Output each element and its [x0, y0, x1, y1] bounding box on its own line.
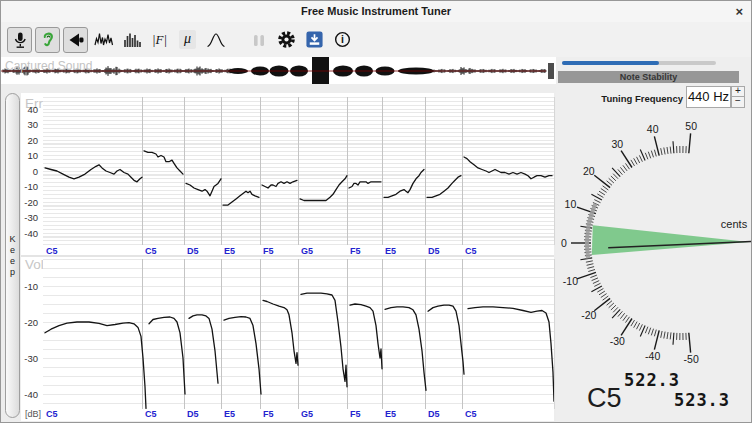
mu-view-button[interactable]: μ: [175, 27, 200, 53]
axis-tick-label: 20: [17, 135, 38, 146]
current-frequency-readout: 523.3: [671, 390, 733, 410]
volume-plot: [43, 259, 555, 409]
gauge-unit-label: cents: [721, 218, 748, 230]
note-label: E5: [224, 409, 235, 419]
note-label: C5: [46, 409, 58, 419]
axis-tick-label: -30: [17, 353, 38, 364]
svg-text:-20: -20: [581, 309, 596, 321]
svg-text:-30: -30: [610, 335, 625, 347]
speaker-db-icon: [66, 30, 86, 50]
waveform-view-button[interactable]: [91, 27, 116, 53]
axis-tick-label: -10: [17, 281, 38, 292]
spectrum-view-button[interactable]: [119, 27, 144, 53]
cents-gauge: -50-40-30-20-1001020304050cents: [558, 109, 752, 371]
svg-text:40: 40: [647, 123, 659, 135]
svg-text:i: i: [341, 34, 344, 45]
note-stability-progress: [562, 61, 716, 65]
microphone-button[interactable]: [7, 27, 32, 53]
note-label: F5: [263, 409, 274, 419]
svg-text:-40: -40: [645, 350, 660, 362]
note-label: D5: [428, 246, 440, 256]
note-label: E5: [385, 409, 396, 419]
close-icon[interactable]: ×: [735, 4, 743, 19]
axis-tick-label: -30: [17, 212, 38, 223]
note-label: C5: [145, 246, 157, 256]
note-label: G5: [301, 246, 313, 256]
note-label: G5: [301, 409, 313, 419]
tuner-window: Free Music Instrument Tuner ×: [0, 0, 752, 423]
about-button[interactable]: i: [330, 27, 355, 53]
captured-sound-label: Captured Sound: [5, 59, 92, 73]
note-label: C5: [465, 409, 477, 419]
spectrum-bars-icon: [122, 30, 142, 50]
error-plot-svg: [43, 97, 554, 245]
ear-icon: [38, 30, 58, 50]
pause-button[interactable]: [246, 27, 271, 53]
distribution-view-button[interactable]: [203, 27, 228, 53]
svg-text:20: 20: [583, 165, 595, 177]
frequency-decrement-button[interactable]: −: [731, 97, 745, 108]
svg-text:-50: -50: [684, 353, 699, 365]
note-label: C5: [465, 246, 477, 256]
info-icon: i: [333, 30, 352, 49]
note-stability-progress-fill: [562, 61, 659, 65]
note-stability-header: Note Stability: [558, 71, 739, 83]
toolbar: |F| μ: [1, 22, 751, 57]
listen-button[interactable]: [35, 27, 60, 53]
note-label: E5: [385, 246, 396, 256]
volume-unit-label: [dB]: [17, 409, 41, 419]
save-icon: [305, 30, 324, 49]
note-label: E5: [224, 246, 235, 256]
window-title: Free Music Instrument Tuner: [1, 5, 751, 17]
detected-note-readout: C5: [587, 383, 622, 414]
fourier-icon: |F|: [152, 32, 167, 48]
microphone-icon: [10, 30, 30, 50]
svg-text:50: 50: [685, 120, 697, 132]
volume-plot-svg: [43, 259, 554, 409]
axis-tick-label: -40: [17, 389, 38, 400]
error-plot: [43, 97, 555, 245]
waveform-icon: [94, 30, 114, 50]
tuning-frequency-label: Tuning Frequency: [558, 93, 683, 104]
note-label: C5: [145, 409, 157, 419]
note-label: F5: [350, 409, 361, 419]
axis-tick-label: -10: [17, 181, 38, 192]
axis-tick-label: 0: [17, 166, 38, 177]
axis-tick-label: 30: [17, 119, 38, 130]
mu-icon: μ: [179, 30, 196, 49]
keep-button-label: Keep: [8, 234, 18, 278]
axis-tick-label: -40: [17, 228, 38, 239]
svg-text:0: 0: [561, 237, 567, 249]
settings-button[interactable]: [274, 27, 299, 53]
svg-text:-10: -10: [563, 275, 578, 287]
svg-text:30: 30: [611, 138, 623, 150]
note-label: F5: [263, 246, 274, 256]
playback-button[interactable]: [63, 27, 88, 53]
axis-tick-label: -20: [17, 317, 38, 328]
axis-tick-label: 40: [17, 104, 38, 115]
bell-curve-icon: [206, 30, 226, 50]
note-label: D5: [187, 409, 199, 419]
gear-icon: [276, 29, 297, 50]
note-label: C5: [46, 246, 58, 256]
tuning-frequency-value[interactable]: 440 Hz: [686, 86, 731, 108]
note-label: F5: [350, 246, 361, 256]
axis-tick-label: 10: [17, 150, 38, 161]
waveform-position-handle[interactable]: [548, 63, 554, 79]
note-label: D5: [187, 246, 199, 256]
svg-text:10: 10: [565, 198, 577, 210]
note-label: D5: [428, 409, 440, 419]
save-button[interactable]: [302, 27, 327, 53]
pause-icon: [249, 30, 269, 50]
axis-tick-label: -20: [17, 197, 38, 208]
tuning-frequency-spinner: + −: [731, 86, 745, 108]
fourier-view-button[interactable]: |F|: [147, 27, 172, 53]
title-bar: Free Music Instrument Tuner ×: [1, 1, 751, 23]
